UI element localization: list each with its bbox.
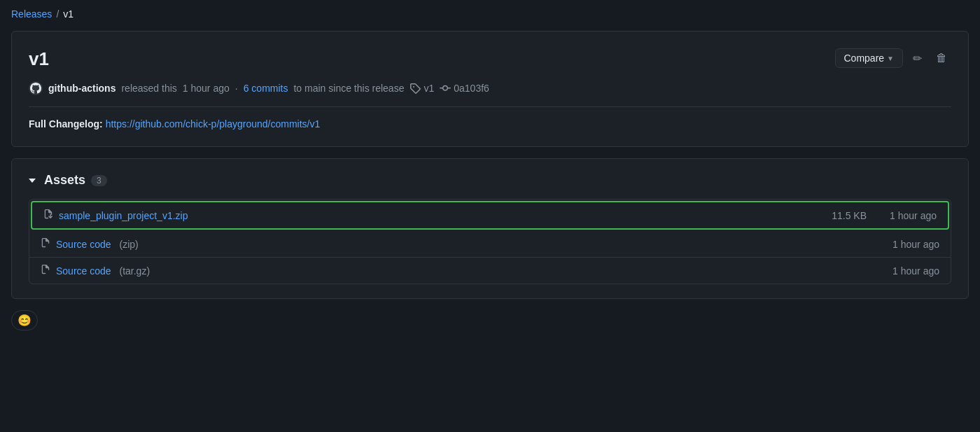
release-meta: github-actions released this 1 hour ago … [29, 81, 951, 95]
asset-suffix-2: (tar.gz) [117, 265, 150, 277]
asset-item: Source code (tar.gz) 1 hour ago [29, 258, 951, 284]
released-text: released this [121, 83, 176, 94]
source-icon-2 [41, 265, 50, 277]
delete-button[interactable]: 🗑 [932, 49, 951, 67]
breadcrumb: Releases / v1 [11, 8, 969, 20]
asset-time-1: 1 hour ago [869, 239, 939, 250]
assets-count-badge: 3 [91, 175, 107, 186]
asset-name-col: Source code (zip) [41, 238, 813, 250]
commit-hash: 0a103f6 [454, 83, 489, 94]
breadcrumb-releases-link[interactable]: Releases [11, 8, 52, 20]
breadcrumb-current: v1 [63, 8, 74, 20]
trash-icon: 🗑 [936, 52, 947, 64]
asset-link-1[interactable]: Source code [56, 239, 111, 250]
commit-icon [440, 83, 451, 94]
assets-list: sample_plugin_project_v1.zip 11.5 KB 1 h… [29, 199, 951, 284]
changelog-label: Full Changelog: [29, 118, 103, 130]
time-ago: 1 hour ago [183, 83, 230, 94]
assets-title: Assets [44, 173, 85, 188]
tag-label: v1 [424, 83, 434, 94]
emoji-reaction-button[interactable]: 😊 [11, 310, 38, 330]
emoji-icon: 😊 [18, 314, 31, 327]
asset-name-col: Source code (tar.gz) [41, 265, 813, 277]
release-card: v1 Compare ▼ ✏ 🗑 github-actions released… [11, 31, 969, 147]
asset-item: sample_plugin_project_v1.zip 11.5 KB 1 h… [31, 201, 949, 230]
asset-suffix-1: (zip) [117, 239, 139, 250]
divider [29, 106, 951, 107]
changelog-section: Full Changelog: https://github.com/chick… [29, 118, 951, 130]
asset-size-0: 11.5 KB [811, 210, 867, 221]
zip-icon [43, 209, 53, 221]
edit-icon: ✏ [913, 52, 922, 65]
release-header: v1 Compare ▼ ✏ 🗑 [29, 48, 951, 70]
triangle-down-icon [29, 179, 36, 183]
asset-link-0[interactable]: sample_plugin_project_v1.zip [59, 210, 188, 221]
meta-dot: · [235, 83, 238, 94]
assets-header: Assets 3 [29, 173, 951, 188]
tag-info: v1 [410, 83, 434, 94]
asset-name-col: sample_plugin_project_v1.zip [43, 209, 811, 221]
author-name: github-actions [48, 83, 115, 94]
changelog-link[interactable]: https://github.com/chick-p/playground/co… [106, 118, 321, 130]
tag-icon [410, 83, 421, 94]
commits-link[interactable]: 6 commits [244, 83, 288, 94]
source-icon [41, 238, 50, 250]
asset-link-2[interactable]: Source code [56, 265, 111, 277]
breadcrumb-separator: / [56, 8, 59, 20]
edit-button[interactable]: ✏ [909, 49, 926, 68]
release-actions: Compare ▼ ✏ 🗑 [835, 48, 952, 68]
asset-time-2: 1 hour ago [869, 265, 939, 277]
asset-item: Source code (zip) 1 hour ago [29, 231, 951, 258]
chevron-down-icon: ▼ [887, 55, 894, 62]
assets-card: Assets 3 sample_plugin_project_v1.zip 11… [11, 158, 969, 299]
release-title: v1 [29, 48, 49, 70]
asset-time-0: 1 hour ago [867, 210, 937, 221]
reaction-bar: 😊 [11, 310, 969, 330]
commits-suffix: to main since this release [293, 83, 404, 94]
compare-button[interactable]: Compare ▼ [835, 48, 904, 68]
commit-info: 0a103f6 [440, 83, 489, 94]
avatar [29, 81, 43, 95]
compare-button-label: Compare [844, 53, 885, 64]
